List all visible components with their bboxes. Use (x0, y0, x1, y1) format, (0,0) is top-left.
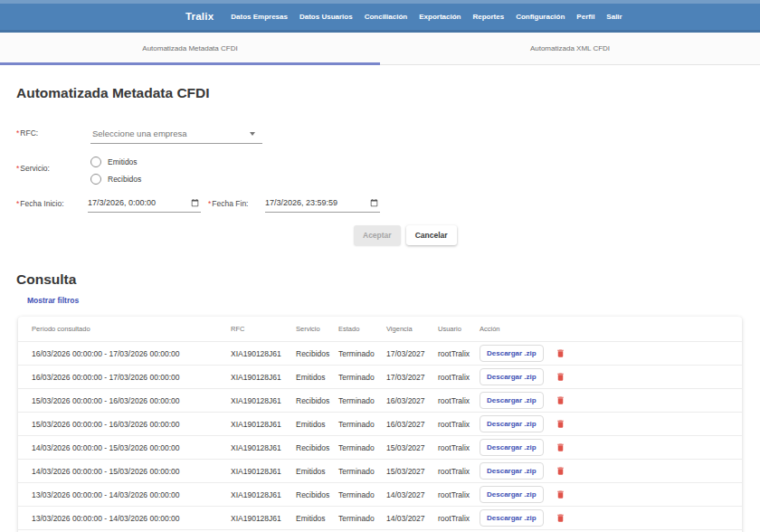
brand-logo[interactable]: Tralix (185, 11, 214, 22)
radio-recibidos-label: Recibidos (108, 175, 141, 184)
download-zip-button[interactable]: Descargar .zip (480, 415, 544, 432)
nav-item-exportacion[interactable]: Exportación (419, 13, 461, 21)
radio-circle-icon (90, 174, 101, 185)
required-marker: * (16, 128, 19, 138)
cell-periodo: 14/03/2026 00:00:00 - 15/03/2026 00:00:0… (32, 443, 231, 452)
cell-vigencia: 14/03/2027 (386, 514, 438, 523)
cell-vigencia: 15/03/2027 (386, 443, 438, 452)
cell-rfc: XIA190128J61 (231, 420, 296, 429)
required-marker: * (16, 164, 19, 173)
cancel-button[interactable]: Cancelar (406, 225, 457, 245)
trash-icon[interactable] (556, 371, 565, 383)
required-marker: * (208, 199, 211, 208)
nav-item-perfil[interactable]: Perfil (576, 13, 594, 21)
trash-icon[interactable] (556, 489, 565, 500)
cell-servicio: Emitidos (296, 373, 338, 382)
nav-item-reportes[interactable]: Reportes (472, 13, 504, 21)
cell-estado: Terminado (338, 396, 386, 405)
nav-item-configuracion[interactable]: Configuración (516, 13, 565, 21)
cell-vigencia: 15/03/2027 (386, 467, 438, 476)
col-header-usuario: Usuario (438, 325, 480, 333)
cell-servicio: Recibidos (296, 349, 338, 358)
download-zip-button[interactable]: Descargar .zip (480, 392, 544, 409)
fecha-fin-input[interactable]: 17/3/2026, 23:59:59 (265, 196, 380, 213)
fecha-fin-label: *Fecha Fin: (208, 196, 265, 208)
table-row: 14/03/2026 00:00:00 - 15/03/2026 00:00:0… (18, 436, 742, 460)
trash-icon[interactable] (556, 347, 565, 359)
results-table-card: Período consultado RFC Servicio Estado V… (18, 317, 742, 532)
cell-rfc: XIA190128J61 (231, 443, 296, 452)
cell-usuario: rootTralix (438, 420, 480, 429)
cell-vigencia: 17/03/2027 (386, 373, 438, 382)
table-row: 13/03/2026 00:00:00 - 14/03/2026 00:00:0… (18, 483, 742, 507)
download-zip-button[interactable]: Descargar .zip (480, 509, 544, 527)
cell-vigencia: 16/03/2027 (386, 396, 438, 405)
cell-accion: Descargar .zip (480, 415, 742, 432)
fecha-row: *Fecha Inicio: 17/3/2026, 0:00:00 *Fecha… (16, 196, 744, 213)
accept-button[interactable]: Aceptar (354, 225, 401, 245)
download-zip-button[interactable]: Descargar .zip (480, 368, 544, 385)
cell-accion: Descargar .zip (480, 486, 742, 503)
cell-servicio: Emitidos (296, 467, 338, 476)
cell-periodo: 14/03/2026 00:00:00 - 15/03/2026 00:00:0… (32, 467, 231, 476)
trash-icon[interactable] (556, 465, 565, 477)
radio-emitidos[interactable]: Emitidos (90, 157, 141, 167)
rfc-select[interactable]: Seleccione una empresa (90, 126, 262, 144)
cell-periodo: 15/03/2026 00:00:00 - 16/03/2026 00:00:0… (32, 396, 231, 405)
cell-estado: Terminado (338, 420, 386, 429)
trash-icon[interactable] (556, 442, 565, 453)
table-row: 16/03/2026 00:00:00 - 17/03/2026 00:00:0… (18, 342, 742, 366)
col-header-accion: Acción (480, 325, 742, 333)
rfc-label: *RFC: (16, 126, 90, 138)
cell-estado: Terminado (338, 467, 386, 476)
radio-emitidos-label: Emitidos (108, 157, 138, 166)
cell-periodo: 15/03/2026 00:00:00 - 16/03/2026 00:00:0… (32, 420, 231, 429)
table-row: 15/03/2026 00:00:00 - 16/03/2026 00:00:0… (18, 413, 742, 436)
trash-icon[interactable] (556, 394, 565, 406)
calendar-icon[interactable] (191, 198, 199, 207)
col-header-estado: Estado (338, 325, 386, 333)
radio-recibidos[interactable]: Recibidos (90, 174, 141, 185)
nav-item-datos-usuarios[interactable]: Datos Usuarios (299, 13, 353, 21)
cell-estado: Terminado (338, 490, 386, 499)
tab-automatizada-metadata-cfdi[interactable]: Automatizada Metadata CFDI (0, 33, 380, 64)
show-filters-link[interactable]: Mostrar filtros (27, 296, 79, 305)
cell-rfc: XIA190128J61 (231, 490, 296, 499)
cell-periodo: 13/03/2026 00:00:00 - 14/03/2026 00:00:0… (32, 490, 231, 499)
cell-accion: Descargar .zip (480, 509, 742, 527)
cell-rfc: XIA190128J61 (231, 349, 296, 358)
tab-automatizada-xml-cfdi[interactable]: Automatizada XML CFDI (380, 33, 760, 64)
cell-rfc: XIA190128J61 (231, 373, 296, 382)
cell-accion: Descargar .zip (480, 439, 742, 456)
cell-estado: Terminado (338, 443, 386, 452)
cell-servicio: Recibidos (296, 443, 338, 452)
fecha-inicio-label: *Fecha Inicio: (16, 196, 88, 208)
rfc-select-placeholder: Seleccione una empresa (92, 128, 187, 138)
download-zip-button[interactable]: Descargar .zip (480, 486, 544, 503)
nav-item-datos-empresas[interactable]: Datos Empresas (231, 13, 288, 21)
cell-servicio: Recibidos (296, 396, 338, 405)
top-navbar: Tralix Datos Empresas Datos Usuarios Con… (0, 0, 760, 33)
cell-usuario: rootTralix (438, 396, 480, 405)
cell-accion: Descargar .zip (480, 392, 742, 409)
servicio-label: *Servicio: (16, 156, 90, 173)
cell-periodo: 13/03/2026 00:00:00 - 14/03/2026 00:00:0… (32, 514, 231, 523)
cell-estado: Terminado (338, 349, 386, 358)
nav-item-salir[interactable]: Salir (606, 13, 622, 21)
table-header-row: Período consultado RFC Servicio Estado V… (18, 317, 742, 342)
cell-accion: Descargar .zip (480, 462, 742, 480)
table-row: 14/03/2026 00:00:00 - 15/03/2026 00:00:0… (18, 460, 742, 483)
cell-estado: Terminado (338, 373, 386, 382)
cell-estado: Terminado (338, 514, 386, 523)
download-zip-button[interactable]: Descargar .zip (480, 462, 544, 480)
trash-icon[interactable] (556, 418, 565, 430)
cell-servicio: Recibidos (296, 490, 338, 499)
download-zip-button[interactable]: Descargar .zip (480, 439, 544, 456)
calendar-icon[interactable] (370, 198, 378, 207)
fecha-inicio-input[interactable]: 17/3/2026, 0:00:00 (88, 196, 201, 213)
nav-item-conciliacion[interactable]: Conciliación (365, 13, 408, 21)
cell-vigencia: 17/03/2027 (386, 349, 438, 358)
download-zip-button[interactable]: Descargar .zip (480, 345, 544, 362)
cell-servicio: Emitidos (296, 514, 338, 523)
trash-icon[interactable] (556, 512, 565, 524)
